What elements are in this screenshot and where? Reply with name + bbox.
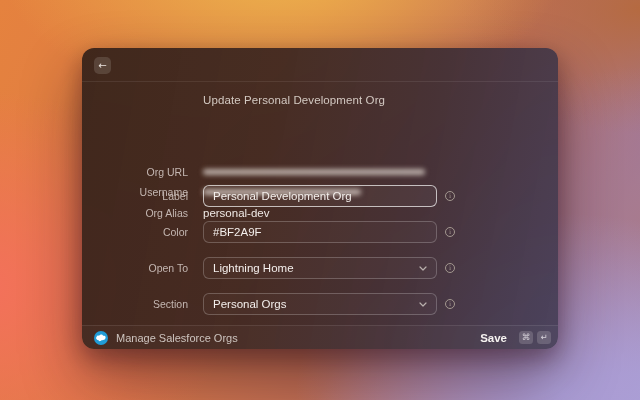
org-alias-value: personal-dev [203,207,269,219]
info-icon[interactable]: i [445,299,455,309]
field-row-org-alias: Org Alias personal-dev [82,206,558,220]
chevron-down-icon [419,266,427,271]
redacted-org-url-value [203,169,425,175]
field-label-open-to: Open To [82,262,188,274]
field-row-org-url: Org URL [82,165,558,179]
field-label-section: Section [82,298,188,310]
salesforce-cloud-icon [94,331,108,345]
command-key-icon[interactable]: ⌘ [519,331,533,344]
field-label-org-url: Org URL [82,166,188,178]
info-icon[interactable]: i [445,263,455,273]
action-bar: Manage Salesforce Orgs Save ⌘ ↵ [82,325,558,349]
open-to-dropdown[interactable]: Lightning Home [203,257,437,279]
window-header: ← [82,48,558,82]
back-arrow-icon: ← [98,60,106,71]
field-row-color: Color i [82,221,558,243]
section-dropdown[interactable]: Personal Orgs [203,293,437,315]
info-icon[interactable]: i [445,227,455,237]
raycast-extension-window: ← Update Personal Development Org Org UR… [82,48,558,349]
label-input[interactable] [203,185,437,207]
field-label-org-alias: Org Alias [82,207,188,219]
field-label-label: Label [82,190,188,202]
desktop-wallpaper: ← Update Personal Development Org Org UR… [0,0,640,400]
color-input[interactable] [203,221,437,243]
form-title: Update Personal Development Org [203,94,385,106]
back-button[interactable]: ← [94,57,111,74]
extension-name: Manage Salesforce Orgs [116,332,238,344]
open-to-selected-value: Lightning Home [213,262,294,274]
field-row-open-to: Open To Lightning Home i [82,257,558,279]
field-label-color: Color [82,226,188,238]
field-row-label: Label i [82,185,558,207]
return-key-icon[interactable]: ↵ [537,331,551,344]
info-icon[interactable]: i [445,191,455,201]
section-selected-value: Personal Orgs [213,298,287,310]
field-row-section: Section Personal Orgs i [82,293,558,315]
save-button[interactable]: Save [480,332,507,344]
chevron-down-icon [419,302,427,307]
